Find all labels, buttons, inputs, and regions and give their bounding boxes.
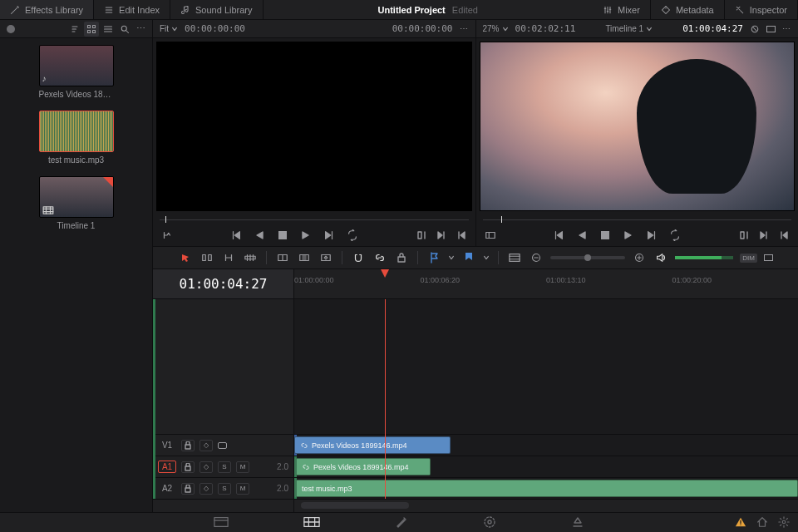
warning-icon[interactable] [735,516,746,530]
page-fusion-icon[interactable] [483,515,496,530]
stop-icon[interactable] [598,228,613,243]
marker-icon[interactable] [461,250,476,265]
play-reverse-icon[interactable] [252,228,267,243]
timeline-ruler[interactable]: 01:00:00:00 01:00:06:20 01:00:13:10 01:0… [294,269,798,298]
solo-button[interactable]: S [218,483,231,495]
tab-metadata[interactable]: Metadata [651,0,725,19]
play-reverse-icon[interactable] [574,228,589,243]
mark-in-icon[interactable] [736,228,751,243]
tab-edit-index[interactable]: Edit Index [94,0,170,19]
chevron-down-icon[interactable] [448,254,455,261]
overwrite-clip-icon[interactable] [297,250,312,265]
home-icon[interactable] [756,516,768,530]
more-icon[interactable]: ⋯ [782,24,791,33]
speaker-icon[interactable] [653,250,668,265]
insert-icon[interactable] [483,228,498,243]
track-view-icon[interactable] [218,442,227,449]
match-frame-icon[interactable] [160,228,175,243]
auto-select-icon[interactable]: ◇ [200,440,213,451]
lock-icon[interactable] [394,250,409,265]
dim-button[interactable]: DIM [740,254,757,263]
mute-button[interactable]: M [236,483,249,495]
timeline-zoom-slider[interactable] [550,256,625,259]
page-cut-icon[interactable] [303,516,320,530]
dynamic-trim-icon[interactable] [221,250,236,265]
auto-select-icon[interactable]: ◇ [200,483,213,495]
timeline-dropdown[interactable]: Timeline 1 [605,24,653,33]
grid-view-icon[interactable] [84,22,99,37]
chevron-down-icon[interactable] [483,254,490,261]
program-scrub[interactable] [483,214,792,224]
media-clip-timeline[interactable]: Timeline 1 [39,176,114,230]
track-row-a1[interactable]: Pexels Videos 1899146.mp4 [294,456,798,477]
blade-tool-icon[interactable] [243,250,258,265]
tab-effects-library[interactable]: Effects Library [0,0,94,19]
track-head-v1[interactable]: V1 ◇ [153,434,293,456]
monitor-volume-slider[interactable] [675,256,733,259]
source-scrub[interactable] [160,214,469,224]
lock-icon[interactable] [181,440,195,451]
page-deliver-icon[interactable] [571,515,584,530]
more-icon[interactable]: ⋯ [460,24,469,33]
loop-icon[interactable] [345,228,360,243]
page-media-icon[interactable] [214,516,229,530]
tab-mixer[interactable]: Mixer [593,0,651,19]
clip-a2[interactable]: test music.mp3 [294,480,798,497]
tab-sound-library[interactable]: Sound Library [170,0,264,19]
lock-icon[interactable] [181,483,195,495]
zoom-in-icon[interactable] [632,250,647,265]
insert-clip-icon[interactable] [275,250,290,265]
first-frame-icon[interactable] [229,228,244,243]
prev-edit-icon[interactable] [454,228,469,243]
first-frame-icon[interactable] [551,228,566,243]
last-frame-icon[interactable] [322,228,337,243]
clip-v1[interactable]: Pexels Videos 1899146.mp4 [294,436,451,454]
snap-icon[interactable] [351,250,366,265]
next-edit-icon[interactable] [434,228,449,243]
timeline-tracks[interactable]: Pexels Videos 1899146.mp4 Pexels Videos … [294,299,798,499]
timeline-scrollbar[interactable] [153,499,798,512]
fit-dropdown[interactable]: Fit [160,24,178,33]
auto-select-icon[interactable]: ◇ [200,461,213,473]
sort-icon[interactable] [67,22,82,37]
track-head-a1[interactable]: A1 ◇ S M 2.0 [153,456,293,477]
loop-icon[interactable] [667,228,682,243]
clip-a1[interactable]: Pexels Videos 1899146.mp4 [294,458,431,475]
play-icon[interactable] [298,228,313,243]
expand-icon[interactable] [764,254,773,261]
track-row-v1[interactable]: Pexels Videos 1899146.mp4 [294,434,798,456]
track-head-a2[interactable]: A2 ◇ S M 2.0 [153,477,293,499]
replace-clip-icon[interactable] [318,250,333,265]
mark-in-icon[interactable] [414,228,429,243]
link-icon[interactable] [372,250,387,265]
next-edit-icon[interactable] [756,228,771,243]
zoom-out-icon[interactable] [529,250,544,265]
tab-inspector[interactable]: Inspector [725,0,798,19]
trim-tool-icon[interactable] [200,250,214,265]
mute-button[interactable]: M [236,461,249,473]
media-clip-audio[interactable]: test music.mp3 [39,111,114,165]
timeline-timecode[interactable]: 01:00:04:27 [153,269,294,298]
list-view-icon[interactable] [101,22,116,37]
track-row-a2[interactable]: test music.mp3 [294,477,798,499]
search-icon[interactable] [117,22,132,37]
more-icon[interactable]: ⋯ [134,22,149,37]
timeline-options-icon[interactable] [507,250,522,265]
arrow-tool-icon[interactable] [178,250,193,265]
lock-icon[interactable] [181,461,195,473]
stop-icon[interactable] [275,228,290,243]
flag-icon[interactable] [426,250,441,265]
playhead-line[interactable] [385,299,386,499]
bypass-icon[interactable] [750,24,760,34]
gear-icon[interactable] [778,516,790,530]
last-frame-icon[interactable] [644,228,659,243]
play-icon[interactable] [621,228,636,243]
source-canvas[interactable] [156,42,472,211]
media-clip-video[interactable]: ♪ Pexels Videos 18991… [39,45,114,99]
prev-edit-icon[interactable] [776,228,791,243]
single-viewer-icon[interactable] [766,26,776,32]
zoom-dropdown[interactable]: 27% [483,24,509,33]
program-canvas[interactable] [480,42,796,211]
page-edit-icon[interactable] [395,515,408,530]
solo-button[interactable]: S [218,461,231,473]
